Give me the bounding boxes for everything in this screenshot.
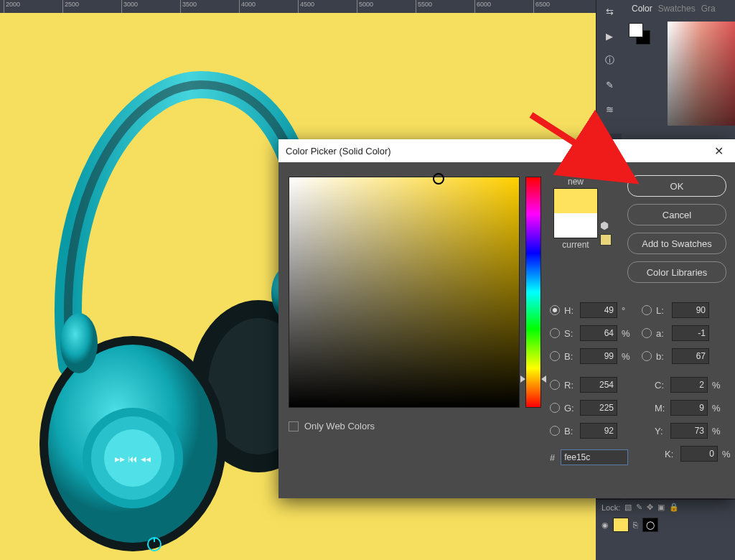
only-web-colors-checkbox[interactable] [289,421,299,431]
label-G: G: [564,403,580,414]
input-B[interactable] [580,423,617,439]
unit-S: % [622,328,632,339]
ruler-tick: 5500 [416,0,416,13]
hue-handle-left-icon[interactable] [520,375,525,383]
panel-tabs: Color Swatches Gra [622,0,735,17]
gamut-warning-icon[interactable]: ⬢ [600,220,609,231]
panel-collapsed-tools: ⇆ ▶ ⓘ ✎ ≋ [596,0,622,134]
label-Y: Y: [655,426,670,437]
lock-all-icon[interactable]: 🔒 [669,503,679,512]
svg-text:▸▸   ⏮   ◂◂: ▸▸ ⏮ ◂◂ [115,453,151,465]
model-radio-b[interactable] [642,351,652,361]
ruler-tick: 4000 [239,0,240,13]
input-K[interactable] [680,446,718,462]
model-radio-R[interactable] [550,380,560,390]
color-field[interactable] [289,177,520,408]
color-field-marker[interactable] [433,173,444,185]
layer-mask-thumbnail[interactable]: ◯ [642,518,658,532]
layer-row[interactable]: ◉ ⎘ ◯ [596,515,735,535]
input-G[interactable] [580,400,617,416]
label-R: R: [564,380,580,391]
gamut-closest-swatch[interactable] [600,234,612,246]
ruler-tick: 5000 [357,0,357,13]
input-b[interactable] [672,348,709,364]
label-M: M: [655,403,670,414]
preview-current-color[interactable] [554,213,597,238]
only-web-colors-row[interactable]: Only Web Colors [289,421,375,431]
visibility-eye-icon[interactable]: ◉ [601,521,609,530]
ruler-tick: 6000 [474,0,475,13]
play-icon[interactable]: ▶ [602,29,617,43]
icon-double-arrow[interactable]: ⇆ [602,4,617,19]
ok-button[interactable]: OK [627,175,726,197]
cancel-button[interactable]: Cancel [627,204,726,225]
input-L[interactable] [672,302,709,318]
ruler-tick: 2500 [62,0,63,13]
add-to-swatches-button[interactable]: Add to Swatches [627,233,726,254]
layers-panel-fragment: Lock: ▧ ✎ ✥ ▣ 🔒 ◉ ⎘ ◯ [596,499,735,560]
unit-C: % [712,380,722,391]
color-panel-spectrum[interactable] [668,22,735,126]
lock-move-icon[interactable]: ✥ [647,503,653,512]
lock-brush-icon[interactable]: ✎ [636,503,642,512]
lock-label: Lock: [601,503,620,512]
link-icon: ⎘ [633,521,638,529]
current-label: current [550,240,601,250]
value-row: G:M:% [550,396,735,419]
tab-swatches[interactable]: Swatches [658,4,696,14]
model-radio-H[interactable] [550,305,560,315]
dialog-title: Color Picker (Solid Color) [286,146,391,157]
ruler-horizontal: 2000250030003500400045005000550060006500 [0,0,596,13]
unit-M: % [712,403,722,414]
model-radio-a[interactable] [642,328,652,338]
color-values-area: H:°L:S:%a:B:%b:R:C:%G:M:%B:Y:%K:% [550,299,735,465]
hue-handle-right-icon[interactable] [541,375,546,383]
info-icon[interactable]: ⓘ [602,53,617,67]
input-C[interactable] [670,377,708,393]
input-B[interactable] [580,348,617,364]
model-radio-S[interactable] [550,328,560,338]
layer-thumbnail[interactable] [613,518,629,532]
close-icon[interactable]: ✕ [710,144,728,158]
ruler-tick: 3000 [121,0,122,13]
label-a: a: [656,328,672,339]
input-H[interactable] [580,302,617,318]
label-B: B: [564,351,580,362]
input-M[interactable] [670,400,708,416]
unit-B: % [622,351,632,362]
input-R[interactable] [580,377,617,393]
swatches-icon[interactable]: ≋ [602,102,617,116]
lock-transparent-icon[interactable]: ▧ [624,503,632,512]
dialog-titlebar[interactable]: Color Picker (Solid Color) ✕ [278,139,735,162]
canvas-artwork-headphones: ▸▸ ⏮ ◂◂ [29,56,316,560]
lock-artboard-icon[interactable]: ▣ [657,503,665,512]
label-L: L: [656,305,672,316]
input-Y[interactable] [670,423,708,439]
hex-input[interactable] [561,449,628,465]
tab-gradients[interactable]: Gra [701,4,716,14]
value-row: B:Y:% [550,419,735,442]
value-row: R:C:% [550,373,735,396]
input-a[interactable] [672,325,709,341]
model-radio-B[interactable] [550,426,560,436]
input-S[interactable] [580,325,617,341]
preview-new-color[interactable] [554,189,597,213]
color-preview: new current [550,177,601,250]
ruler-tick: 6500 [533,0,534,13]
value-row: S:%a: [550,322,735,345]
model-radio-B[interactable] [550,351,560,361]
hue-slider[interactable] [525,177,541,408]
hex-row: # [550,449,628,465]
label-C: C: [655,380,670,391]
foreground-background-swatch[interactable] [629,23,652,46]
model-radio-L[interactable] [642,305,652,315]
color-picker-dialog: Color Picker (Solid Color) ✕ new current… [278,139,735,498]
new-label: new [550,177,601,187]
brush-icon[interactable]: ✎ [602,78,617,92]
model-radio-G[interactable] [550,403,560,413]
only-web-colors-label: Only Web Colors [304,421,375,431]
value-row: H:°L: [550,299,735,322]
tab-color[interactable]: Color [632,4,652,14]
color-libraries-button[interactable]: Color Libraries [627,261,726,283]
unit-K: % [722,449,732,459]
